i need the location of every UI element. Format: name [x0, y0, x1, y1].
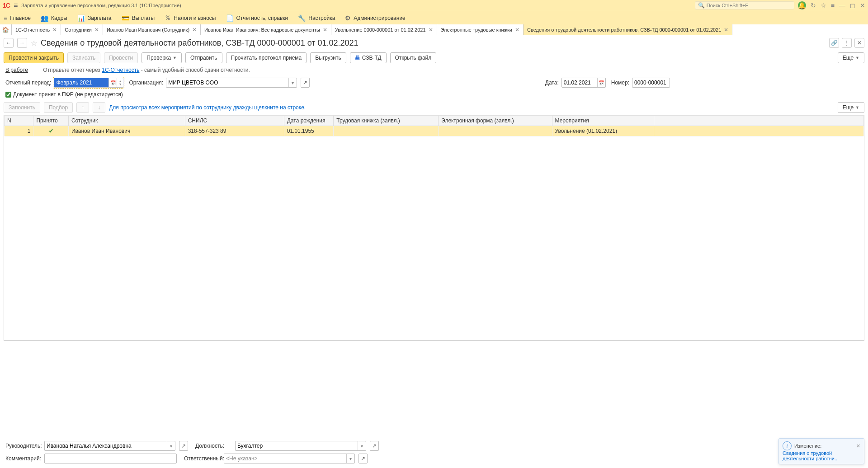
tab-close-icon[interactable]: ✕ — [323, 27, 327, 33]
menu-icon[interactable]: ≡ — [831, 2, 835, 9]
print-icon: 🖶 — [355, 55, 360, 61]
link-icon[interactable]: 🔗 — [829, 38, 839, 48]
mainmenu-item[interactable]: 📄Отчетность, справки — [226, 14, 288, 22]
open-file-button[interactable]: Открыть файл — [390, 52, 437, 63]
table-row[interactable]: 1✔Иванов Иван Иванович318-557-323 8901.0… — [5, 126, 864, 136]
org-input[interactable] — [166, 78, 288, 87]
col-header[interactable]: Мероприятия — [552, 116, 654, 126]
favorite-icon[interactable]: ☆ — [31, 39, 37, 47]
number-field[interactable] — [632, 78, 670, 88]
org-field[interactable]: ▾ — [166, 78, 297, 88]
info-line: В работе Отправьте отчет через 1С-Отчетн… — [0, 65, 868, 75]
menu-item-icon: 📄 — [226, 14, 234, 22]
menu-item-icon: 📊 — [77, 14, 85, 22]
tab[interactable]: Сотрудники✕ — [61, 24, 103, 35]
cell-tk — [334, 126, 439, 136]
date-field[interactable]: 📅 — [561, 78, 606, 88]
tab[interactable]: Увольнение 0000-000001 от 01.02.2021✕ — [331, 24, 437, 35]
info-pre: Отправьте отчет через — [43, 67, 102, 73]
read-protocol-button[interactable]: Прочитать протокол приема — [226, 52, 307, 63]
search-box[interactable]: 🔍 — [695, 1, 794, 9]
arrow-down-icon: ↓ — [98, 104, 100, 111]
chevron-down-icon[interactable]: ▾ — [288, 78, 297, 87]
tab-bar: 🏠 1С-Отчетность✕Сотрудники✕Иванов Иван И… — [0, 24, 868, 35]
cell-employee: Иванов Иван Иванович — [68, 126, 185, 136]
title-icons: 🔔 ↻ ☆ ≡ — ◻ ✕ — [798, 1, 865, 9]
mainmenu-item[interactable]: ⚙Администрирование — [345, 14, 405, 22]
more-button[interactable]: Еще▼ — [838, 52, 864, 63]
org-open-icon[interactable]: ↗ — [301, 78, 310, 88]
tab-close-icon[interactable]: ✕ — [94, 27, 99, 33]
tab[interactable]: Сведения о трудовой деятельности работни… — [524, 24, 732, 35]
star-icon[interactable]: ☆ — [821, 2, 826, 9]
col-header[interactable]: Трудовая книжка (заявл.) — [334, 116, 439, 126]
accepted-checkbox[interactable] — [5, 92, 11, 98]
close-page-icon[interactable]: ✕ — [854, 38, 864, 48]
szvtd-button[interactable]: 🖶СЗВ-ТД — [350, 52, 387, 63]
col-header[interactable]: Сотрудник — [68, 116, 185, 126]
accepted-label: Документ принят в ПФР (не редактируется) — [13, 91, 123, 98]
col-header[interactable] — [654, 116, 864, 126]
menu-item-icon: ≡ — [4, 14, 7, 22]
tab[interactable]: Электронные трудовые книжки✕ — [437, 24, 524, 35]
col-header[interactable]: СНИЛС — [185, 116, 284, 126]
status-link[interactable]: В работе — [5, 67, 28, 73]
tab-close-icon[interactable]: ✕ — [724, 27, 728, 33]
chevron-down-icon: ▼ — [173, 56, 177, 60]
period-input[interactable] — [54, 78, 108, 87]
home-tab[interactable]: 🏠 — [0, 24, 12, 35]
tab-close-icon[interactable]: ✕ — [192, 27, 197, 33]
cell-ef — [439, 126, 552, 136]
tab[interactable]: Иванов Иван Иванович: Все кадровые докум… — [201, 24, 331, 35]
period-spinner[interactable]: ▲▼ — [117, 78, 123, 87]
kebab-icon[interactable]: ⋮ — [842, 38, 852, 48]
reporting-link[interactable]: 1С-Отчетность — [102, 67, 139, 73]
col-header[interactable]: Принято — [33, 116, 69, 126]
number-input[interactable] — [632, 78, 670, 87]
send-button[interactable]: Отправить — [185, 52, 222, 63]
back-button[interactable]: ← — [4, 38, 14, 48]
search-input[interactable] — [707, 3, 791, 8]
mainmenu-item[interactable]: 🔧Настройка — [298, 14, 335, 22]
tab[interactable]: 1С-Отчетность✕ — [12, 24, 61, 35]
toolbar: Провести и закрыть Записать Провести Про… — [0, 51, 868, 65]
col-header[interactable]: Электронная форма (заявл.) — [439, 116, 552, 126]
minimize-icon[interactable]: — — [839, 2, 845, 9]
menu-item-label: Выплаты — [132, 15, 155, 21]
forward-button[interactable]: → — [17, 38, 27, 48]
cell-snils: 318-557-323 89 — [185, 126, 284, 136]
mainmenu-item[interactable]: 💳Выплаты — [122, 14, 155, 22]
calendar-icon[interactable]: 📅 — [108, 78, 117, 87]
tab-close-icon[interactable]: ✕ — [429, 27, 433, 33]
history-icon[interactable]: ↻ — [811, 2, 816, 9]
period-label: Отчетный период: — [5, 80, 51, 86]
mainmenu-item[interactable]: ％Налоги и взносы — [165, 14, 216, 22]
main-menu: ≡Главное👥Кадры📊Зарплата💳Выплаты％Налоги и… — [0, 11, 868, 24]
tab-close-icon[interactable]: ✕ — [515, 27, 519, 33]
close-window-icon[interactable]: ✕ — [860, 2, 865, 9]
tab-close-icon[interactable]: ✕ — [52, 27, 57, 33]
period-field[interactable]: 📅 ▲▼ — [54, 78, 123, 88]
bell-icon[interactable]: 🔔 — [798, 1, 806, 9]
col-header[interactable]: N — [5, 116, 33, 126]
hamburger-icon[interactable]: ≡ — [14, 1, 18, 9]
mainmenu-item[interactable]: 👥Кадры — [41, 14, 67, 22]
export-button[interactable]: Выгрузить — [310, 52, 346, 63]
move-up-button: ↑ — [76, 102, 89, 113]
tab[interactable]: Иванов Иван Иванович (Сотрудник)✕ — [103, 24, 201, 35]
mainmenu-item[interactable]: ≡Главное — [4, 14, 31, 22]
check-button[interactable]: Проверка▼ — [142, 52, 182, 63]
date-label: Дата: — [545, 80, 559, 86]
post-and-close-button[interactable]: Провести и закрыть — [4, 52, 64, 63]
col-header[interactable]: Дата рождения — [284, 116, 334, 126]
save-button: Записать — [67, 52, 100, 63]
maximize-icon[interactable]: ◻ — [850, 2, 855, 9]
menu-item-icon: 🔧 — [298, 14, 306, 22]
table-toolbar: Заполнить Подбор ↑ ↓ Для просмотра всех … — [0, 100, 868, 115]
table-wrap[interactable]: NПринятоСотрудникСНИЛСДата рожденияТрудо… — [4, 115, 864, 341]
calendar-icon[interactable]: 📅 — [597, 78, 605, 87]
page-title: Сведения о трудовой деятельности работни… — [41, 38, 359, 48]
mainmenu-item[interactable]: 📊Зарплата — [77, 14, 112, 22]
table-more-button[interactable]: Еще▼ — [838, 102, 864, 113]
date-input[interactable] — [562, 78, 597, 87]
